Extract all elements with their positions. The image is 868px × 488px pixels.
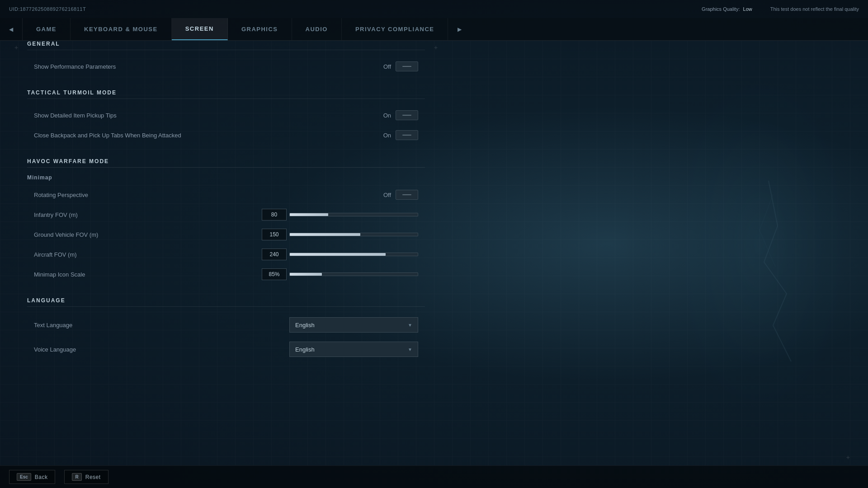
section-language-title: LANGUAGE bbox=[27, 297, 425, 307]
slider-row-ground-fov: Ground Vehicle FOV (m) 150 bbox=[27, 225, 425, 244]
section-havoc: HAVOC WARFARE MODE Minimap Rotating Pers… bbox=[27, 158, 425, 284]
voice-language-arrow: ▼ bbox=[408, 347, 412, 352]
reset-label: Reset bbox=[85, 474, 101, 480]
tab-icon-left[interactable]: ◀ bbox=[0, 18, 23, 40]
setting-close-backpack-label: Close Backpack and Pick Up Tabs When Bei… bbox=[34, 132, 377, 139]
slider-infantry-fov-track[interactable] bbox=[289, 213, 418, 216]
setting-item-pickup-label: Show Detailed Item Pickup Tips bbox=[34, 112, 377, 119]
tab-screen[interactable]: SCREEN bbox=[172, 18, 228, 40]
voice-language-label: Voice Language bbox=[34, 346, 289, 353]
tab-graphics[interactable]: GRAPHICS bbox=[228, 18, 292, 40]
uid-display: UID:187726250889276216811T bbox=[9, 6, 86, 12]
dropdown-row-text-language: Text Language English ▼ bbox=[27, 314, 425, 336]
bottom-bar: Esc Back R Reset bbox=[0, 465, 868, 488]
subsection-minimap: Minimap bbox=[27, 174, 425, 181]
tab-privacy[interactable]: PRIVACY COMPLIANCE bbox=[342, 18, 448, 40]
slider-infantry-fov-label: Infantry FOV (m) bbox=[34, 211, 262, 218]
section-general: GENERAL Show Performance Parameters Off bbox=[27, 41, 425, 76]
quality-label: Graphics Quality: Low bbox=[702, 6, 752, 12]
text-language-arrow: ▼ bbox=[408, 323, 412, 328]
slider-ground-fov-value[interactable]: 150 bbox=[262, 229, 287, 240]
setting-show-performance-status: Off bbox=[377, 63, 391, 70]
text-language-dropdown[interactable]: English ▼ bbox=[289, 317, 418, 333]
dropdown-row-voice-language: Voice Language English ▼ bbox=[27, 338, 425, 361]
setting-close-backpack-status: On bbox=[377, 132, 391, 139]
slider-aircraft-fov-label: Aircraft FOV (m) bbox=[34, 251, 262, 258]
top-bar: UID:187726250889276216811T Graphics Qual… bbox=[0, 0, 868, 18]
section-general-title: GENERAL bbox=[27, 41, 425, 50]
slider-aircraft-fov-value[interactable]: 240 bbox=[262, 249, 287, 260]
section-language: LANGUAGE Text Language English ▼ Voice L… bbox=[27, 297, 425, 361]
back-button[interactable]: Esc Back bbox=[9, 470, 55, 484]
reset-button[interactable]: R Reset bbox=[64, 470, 108, 484]
toggle-dash bbox=[402, 194, 411, 195]
slider-aircraft-fov-track[interactable] bbox=[289, 253, 418, 256]
slider-icon-scale-value[interactable]: 85% bbox=[262, 268, 287, 280]
slider-icon-scale-label: Minimap Icon Scale bbox=[34, 271, 262, 278]
slider-ground-fov-label: Ground Vehicle FOV (m) bbox=[34, 231, 262, 238]
setting-show-performance: Show Performance Parameters Off bbox=[27, 57, 425, 76]
toggle-rotating-perspective[interactable] bbox=[396, 190, 418, 200]
slider-infantry-fov-fill bbox=[290, 213, 328, 216]
setting-item-pickup-control: On bbox=[377, 110, 418, 120]
setting-show-performance-label: Show Performance Parameters bbox=[34, 63, 377, 70]
slider-row-aircraft-fov: Aircraft FOV (m) 240 bbox=[27, 245, 425, 264]
setting-show-performance-control: Off bbox=[377, 61, 418, 71]
back-key: Esc bbox=[17, 473, 31, 481]
slider-ground-fov-track[interactable] bbox=[289, 233, 418, 236]
toggle-dash bbox=[402, 66, 411, 67]
setting-rotating-control: Off bbox=[377, 190, 418, 200]
setting-rotating-perspective: Rotating Perspective Off bbox=[27, 185, 425, 204]
text-language-value: English bbox=[295, 322, 315, 328]
slider-aircraft-fov-fill bbox=[290, 253, 386, 256]
setting-item-pickup-tips: Show Detailed Item Pickup Tips On bbox=[27, 106, 425, 125]
main-content: GENERAL Show Performance Parameters Off … bbox=[27, 41, 434, 461]
section-tactical: TACTICAL TURMOIL MODE Show Detailed Item… bbox=[27, 89, 425, 145]
slider-ground-fov-fill bbox=[290, 233, 360, 236]
setting-rotating-status: Off bbox=[377, 192, 391, 198]
setting-close-backpack-control: On bbox=[377, 130, 418, 140]
voice-language-value: English bbox=[295, 346, 315, 353]
voice-language-dropdown[interactable]: English ▼ bbox=[289, 342, 418, 357]
tab-icon-right[interactable]: ▶ bbox=[448, 18, 471, 40]
tab-game[interactable]: GAME bbox=[23, 18, 71, 40]
slider-row-infantry-fov: Infantry FOV (m) 80 bbox=[27, 205, 425, 224]
slider-icon-scale-fill bbox=[290, 273, 322, 276]
toggle-show-performance[interactable] bbox=[396, 61, 418, 71]
section-tactical-title: TACTICAL TURMOIL MODE bbox=[27, 89, 425, 99]
setting-close-backpack: Close Backpack and Pick Up Tabs When Bei… bbox=[27, 126, 425, 145]
quality-notice: This test does not reflect the final qua… bbox=[770, 6, 859, 12]
section-havoc-title: HAVOC WARFARE MODE bbox=[27, 158, 425, 168]
slider-infantry-fov-value[interactable]: 80 bbox=[262, 209, 287, 221]
toggle-dash bbox=[402, 115, 411, 116]
toggle-dash bbox=[402, 135, 411, 136]
text-language-label: Text Language bbox=[34, 322, 289, 328]
tab-keyboard-mouse[interactable]: KEYBOARD & MOUSE bbox=[71, 18, 172, 40]
quality-info: Graphics Quality: Low This test does not… bbox=[702, 6, 859, 12]
slider-icon-scale-track[interactable] bbox=[289, 272, 418, 276]
setting-item-pickup-status: On bbox=[377, 112, 391, 119]
slider-row-icon-scale: Minimap Icon Scale 85% bbox=[27, 265, 425, 284]
setting-rotating-label: Rotating Perspective bbox=[34, 192, 377, 198]
reset-key: R bbox=[72, 473, 81, 481]
toggle-close-backpack[interactable] bbox=[396, 130, 418, 140]
svg-rect-0 bbox=[597, 0, 868, 488]
nav-tabs: ◀ GAME KEYBOARD & MOUSE SCREEN GRAPHICS … bbox=[0, 18, 868, 41]
toggle-item-pickup[interactable] bbox=[396, 110, 418, 120]
tab-audio[interactable]: AUDIO bbox=[292, 18, 342, 40]
back-label: Back bbox=[35, 474, 48, 480]
